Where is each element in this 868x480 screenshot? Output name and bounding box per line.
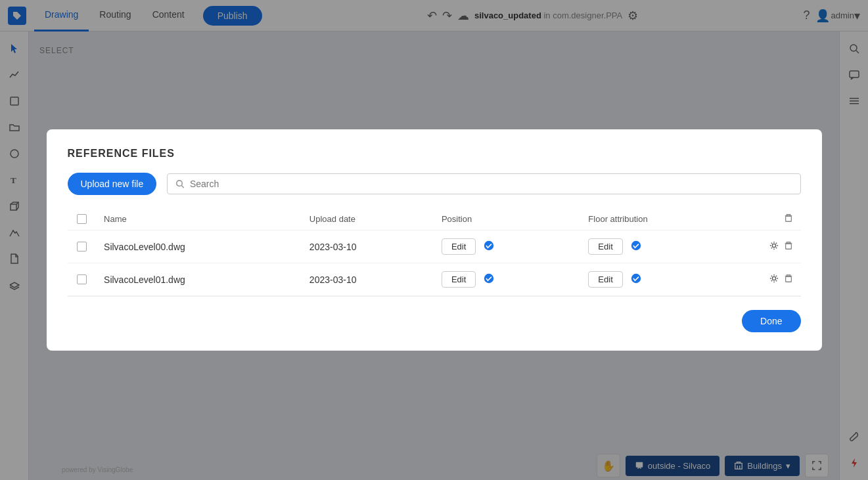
table-row: SilvacoLevel01.dwg 2023-03-10 Edit Edit xyxy=(68,263,801,296)
row-0-floor-edit-button[interactable]: Edit xyxy=(588,238,622,255)
svg-point-15 xyxy=(484,240,493,250)
reference-files-table: Name Upload date Position Floor attribut… xyxy=(68,208,801,296)
col-date-header: Upload date xyxy=(302,208,434,230)
table-row: SilvacoLevel00.dwg 2023-03-10 Edit Edit xyxy=(68,230,801,263)
row-1-gear-button[interactable] xyxy=(769,274,779,285)
svg-point-17 xyxy=(772,244,775,247)
search-box xyxy=(167,173,800,194)
modal-toolbar: Upload new file xyxy=(68,173,801,195)
row-0-date: 2023-03-10 xyxy=(302,230,434,263)
svg-line-13 xyxy=(182,186,184,188)
col-position-header: Position xyxy=(434,208,580,230)
row-0-checkbox[interactable] xyxy=(77,242,87,251)
row-1-trash-button[interactable] xyxy=(784,274,793,285)
row-0-trash-button[interactable] xyxy=(784,241,793,252)
row-1-date: 2023-03-10 xyxy=(302,263,434,296)
row-1-checkbox[interactable] xyxy=(77,274,87,284)
svg-point-12 xyxy=(177,181,183,186)
svg-rect-22 xyxy=(785,276,791,282)
svg-point-19 xyxy=(484,273,493,282)
row-0-floor: Edit xyxy=(580,230,742,263)
row-1-floor: Edit xyxy=(580,263,742,296)
col-floor-header: Floor attribution xyxy=(580,208,742,230)
row-0-position-check-icon xyxy=(484,240,494,253)
row-1-name: SilvacoLevel01.dwg xyxy=(96,263,302,296)
row-1-position: Edit xyxy=(434,263,580,296)
select-all-checkbox[interactable] xyxy=(77,214,87,224)
row-1-floor-edit-button[interactable]: Edit xyxy=(588,271,622,288)
svg-rect-18 xyxy=(785,244,791,249)
svg-point-21 xyxy=(772,276,775,280)
svg-point-16 xyxy=(631,240,641,250)
row-0-name: SilvacoLevel00.dwg xyxy=(96,230,302,263)
modal-overlay: REFERENCE FILES Upload new file xyxy=(0,0,868,480)
row-0-gear-button[interactable] xyxy=(769,241,779,252)
col-name-header: Name xyxy=(96,208,302,230)
search-input[interactable] xyxy=(190,179,792,189)
upload-new-file-button[interactable]: Upload new file xyxy=(68,173,157,195)
modal-title: REFERENCE FILES xyxy=(68,148,801,160)
row-1-floor-check-icon xyxy=(631,273,641,286)
header-trash-button[interactable] xyxy=(784,213,793,225)
row-0-position-edit-button[interactable]: Edit xyxy=(442,238,476,255)
svg-point-20 xyxy=(631,273,641,282)
row-0-floor-check-icon xyxy=(631,240,641,253)
svg-rect-14 xyxy=(785,216,791,221)
reference-files-modal: REFERENCE FILES Upload new file xyxy=(47,129,822,351)
row-0-position: Edit xyxy=(434,230,580,263)
done-button[interactable]: Done xyxy=(742,310,800,332)
row-1-position-edit-button[interactable]: Edit xyxy=(442,271,476,288)
row-1-position-check-icon xyxy=(484,273,494,286)
modal-footer: Done xyxy=(68,296,801,332)
search-icon xyxy=(175,179,185,188)
